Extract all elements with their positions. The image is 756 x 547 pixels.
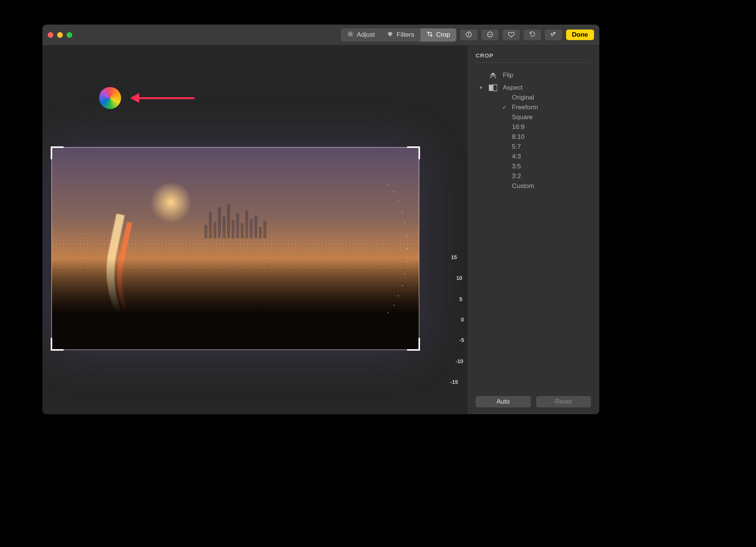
dial-tick: -10: [456, 358, 463, 364]
aspect-label: Aspect: [503, 84, 523, 92]
tab-adjust[interactable]: Adjust: [341, 28, 381, 42]
svg-point-8: [488, 34, 489, 35]
close-window-button[interactable]: [48, 32, 53, 38]
dial-tick: 10: [456, 275, 462, 281]
sidebar-footer: Auto Reset: [476, 396, 591, 407]
disclosure-triangle-icon: ▼: [479, 85, 483, 90]
svg-point-16: [406, 235, 407, 236]
window-controls: [48, 32, 72, 38]
tab-filters-label: Filters: [397, 31, 414, 39]
svg-point-20: [402, 285, 403, 286]
aspect-option-original[interactable]: Original: [502, 94, 591, 101]
photo-preview: [52, 148, 419, 350]
svg-point-9: [490, 34, 490, 35]
straighten-dial[interactable]: 15 10 5 0 -5 -10 -15 ◀: [375, 180, 454, 317]
editor-body: 15 10 5 0 -5 -10 -15 ◀ CROP Fli: [42, 45, 599, 414]
aspect-option-3-5[interactable]: 3:5: [502, 163, 591, 170]
aspect-option-freeform[interactable]: ✓Freeform: [502, 104, 591, 111]
svg-point-23: [388, 312, 389, 313]
image-canvas[interactable]: 15 10 5 0 -5 -10 -15 ◀: [42, 45, 467, 414]
crop-frame[interactable]: 15 10 5 0 -5 -10 -15 ◀: [52, 148, 419, 350]
svg-point-19: [404, 274, 405, 275]
crop-icon: [426, 31, 433, 39]
svg-point-10: [491, 34, 492, 35]
favorite-button[interactable]: [502, 30, 520, 40]
info-button[interactable]: [460, 30, 478, 40]
aspect-option-8-10[interactable]: 8:10: [502, 133, 591, 141]
aspect-option-custom[interactable]: Custom: [502, 182, 591, 190]
aspect-icon: [488, 84, 498, 91]
minimize-window-button[interactable]: [57, 32, 63, 38]
aspect-option-3-2[interactable]: 3:2: [502, 172, 591, 180]
svg-rect-25: [489, 85, 493, 91]
toolbar: Adjust Filters Crop: [42, 25, 599, 45]
aspect-option-16-9[interactable]: 16:9: [502, 123, 591, 131]
ellipsis-icon: [487, 31, 493, 39]
svg-point-15: [404, 222, 405, 223]
dial-tick: 0: [461, 317, 464, 323]
aspect-row[interactable]: ▼ Aspect: [476, 82, 591, 94]
tab-crop[interactable]: Crop: [420, 28, 456, 42]
svg-point-18: [406, 261, 407, 262]
filters-icon: [387, 31, 394, 39]
heart-icon: [508, 31, 515, 39]
flip-row[interactable]: Flip: [476, 69, 591, 82]
svg-rect-26: [493, 85, 497, 91]
adjust-icon: [347, 31, 354, 39]
dial-tick: -5: [459, 337, 464, 343]
tab-adjust-label: Adjust: [357, 31, 375, 39]
reset-crop-button[interactable]: Reset: [536, 396, 591, 407]
rotate-ccw-icon: [529, 31, 536, 39]
auto-crop-button[interactable]: Auto: [476, 396, 531, 407]
svg-point-22: [394, 305, 394, 306]
wand-icon: [550, 31, 557, 39]
svg-point-3: [389, 33, 392, 36]
aspect-option-square[interactable]: Square: [502, 113, 591, 121]
tab-crop-label: Crop: [436, 31, 450, 39]
svg-point-12: [394, 191, 394, 192]
tab-filters[interactable]: Filters: [381, 28, 420, 42]
aspect-option-4-3[interactable]: 4:3: [502, 153, 591, 160]
aspect-option-5-7[interactable]: 5:7: [502, 143, 591, 151]
svg-point-11: [388, 184, 389, 185]
auto-enhance-button[interactable]: [545, 30, 562, 40]
dial-tick: -15: [450, 379, 458, 385]
done-button[interactable]: Done: [566, 30, 594, 40]
beachball-spinner-icon: [99, 87, 121, 109]
flip-label: Flip: [503, 71, 513, 79]
dial-tick: 15: [451, 254, 457, 260]
sidebar-title: CROP: [476, 52, 591, 59]
svg-point-14: [402, 211, 403, 212]
svg-point-17: [406, 248, 408, 249]
zoom-window-button[interactable]: [67, 32, 72, 38]
flip-icon: [488, 71, 498, 79]
svg-point-0: [349, 33, 352, 35]
svg-rect-24: [490, 76, 496, 76]
info-icon: [465, 31, 472, 39]
crop-sidebar: CROP Flip ▼ Aspect Original ✓Freeform Sq: [467, 45, 599, 414]
divider: [476, 62, 591, 63]
rotate-button[interactable]: [524, 30, 541, 40]
annotation-arrow: [130, 95, 194, 101]
edit-mode-tabs: Adjust Filters Crop: [341, 28, 456, 42]
checkmark-icon: ✓: [502, 104, 508, 110]
more-button[interactable]: [481, 30, 499, 40]
svg-point-13: [398, 201, 399, 202]
photos-edit-window: Adjust Filters Crop: [42, 25, 599, 414]
aspect-options: Original ✓Freeform Square 16:9 8:10 5:7 …: [502, 94, 591, 190]
svg-point-21: [398, 295, 399, 296]
svg-point-6: [468, 33, 469, 33]
dial-tick: 5: [459, 296, 462, 302]
